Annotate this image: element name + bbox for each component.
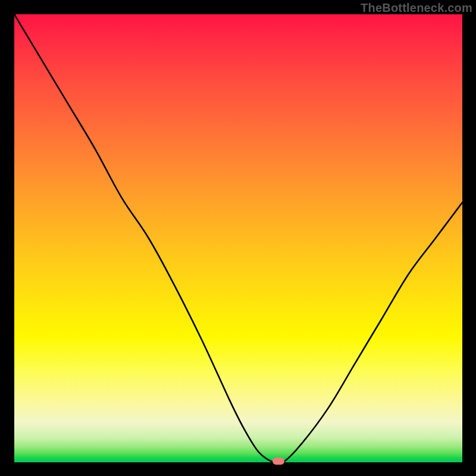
watermark-text: TheBottleneck.com: [361, 1, 472, 15]
bottleneck-curve: [14, 14, 462, 462]
chart-frame: TheBottleneck.com: [0, 0, 476, 476]
optimum-marker: [273, 458, 284, 465]
plot-area: [14, 14, 462, 462]
